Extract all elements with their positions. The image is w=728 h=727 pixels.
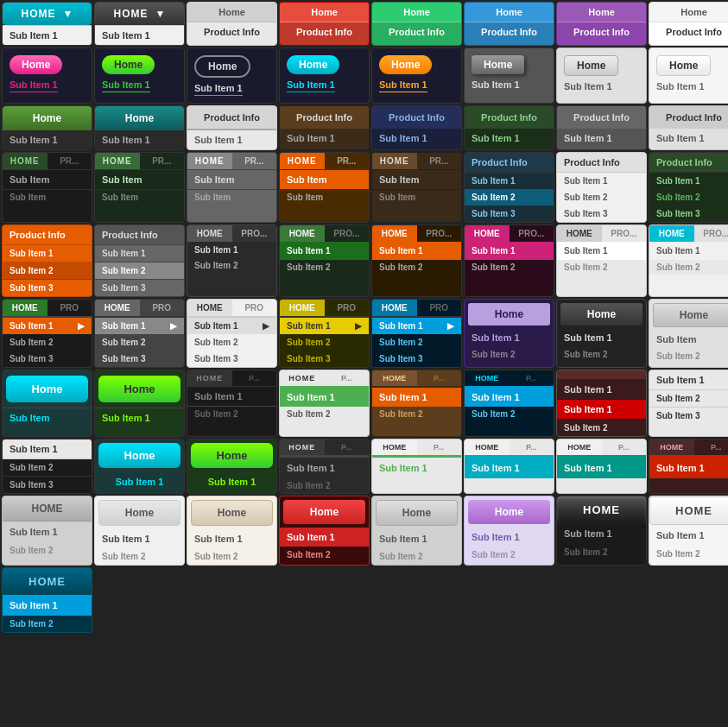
sub-item-2[interactable]: Sub Item 2 — [372, 548, 461, 565]
home-button[interactable]: Home — [468, 303, 550, 326]
home-tab[interactable]: Home — [3, 106, 92, 130]
sub-item-3[interactable]: Sub Item 3 — [372, 351, 461, 367]
products-tab[interactable]: PRO... — [325, 225, 370, 242]
home-tab[interactable]: Home — [557, 3, 646, 22]
home-tab[interactable]: Home — [280, 3, 369, 22]
sub-item-2[interactable]: Sub Item 2 — [372, 260, 461, 275]
products-tab[interactable]: PRO — [232, 300, 277, 316]
sub-item[interactable]: Sub Item — [649, 331, 728, 348]
home-button[interactable]: Home — [283, 500, 365, 524]
sub-item-2[interactable]: Sub Item 2 — [187, 548, 276, 565]
home-tab[interactable]: HOME — [280, 300, 325, 316]
products-tab[interactable]: P... — [694, 439, 729, 455]
home-button[interactable]: HOME ▼ — [3, 3, 92, 25]
sub-item-2[interactable]: Sub Item 2 — [187, 258, 276, 273]
products-tab[interactable]: PRO — [140, 300, 185, 316]
sub-item-1[interactable]: Sub Item 1 — [3, 245, 92, 262]
products-tab[interactable]: PRO... — [417, 225, 462, 242]
home-button[interactable]: Home — [6, 376, 88, 402]
sub-item-1[interactable]: Sub Item 1 — [287, 78, 335, 92]
home-tab[interactable]: HOME — [465, 439, 510, 455]
sub-item[interactable]: Sub Item — [187, 170, 276, 189]
products-tab[interactable]: PRO... — [232, 225, 277, 242]
sub-item-2[interactable]: Sub Item 2 — [649, 260, 728, 275]
sub-item-1[interactable]: Sub Item 1 — [187, 130, 276, 149]
sub-item-1[interactable]: Sub Item 1 — [3, 595, 92, 616]
home-button[interactable]: Home — [653, 303, 728, 327]
product-info-tab[interactable]: Product Info — [557, 22, 646, 41]
home-tab[interactable]: HOME — [465, 225, 510, 242]
home-button[interactable]: HOME — [3, 496, 92, 522]
home-tab[interactable]: HOME — [187, 300, 232, 316]
sub-item-1[interactable]: Sub Item 1 — [557, 173, 646, 189]
home-tab[interactable]: HOME — [372, 370, 417, 386]
sub-item-1[interactable]: Sub Item 1 — [465, 329, 554, 346]
sub-item-1[interactable]: Sub Item 1 — [649, 525, 728, 546]
sub-item-1[interactable]: Sub Item 1 — [465, 242, 554, 260]
home-tab[interactable]: HOME — [649, 439, 694, 455]
home-tab[interactable]: Home — [372, 3, 461, 22]
sub-item-1[interactable]: Sub Item 1 — [95, 529, 184, 548]
sub-item-1[interactable]: Sub Item 1 — [465, 458, 554, 478]
products-tab[interactable]: P... — [510, 439, 554, 455]
sub-item-1[interactable]: Sub Item 1▶ — [95, 318, 184, 334]
sub-item-1[interactable]: Sub Item 1▶ — [3, 318, 92, 334]
sub-item-1[interactable]: Sub Item 1 — [465, 388, 554, 407]
products-tab[interactable]: P... — [325, 439, 370, 455]
sub-item-3[interactable]: Sub Item 3 — [557, 205, 646, 222]
sub-item-1[interactable]: Sub Item 1 — [649, 242, 728, 260]
sub-item-2[interactable]: Sub Item 2 — [95, 548, 184, 565]
sub-item-2[interactable]: Sub Item — [280, 189, 369, 205]
sub-item-3[interactable]: Sub Item 3 — [649, 408, 728, 424]
sub-item-1[interactable]: Sub Item 1 — [649, 173, 728, 189]
home-tab[interactable]: Home — [95, 106, 184, 130]
home-pill-button[interactable]: Home — [379, 55, 432, 74]
sub-item-2[interactable]: Sub Item — [3, 189, 92, 205]
product-info-tab[interactable]: Product Info — [649, 22, 728, 41]
product-info-tab[interactable]: Product Info — [465, 22, 554, 41]
sub-item-2[interactable]: Sub Item 2 — [465, 346, 554, 363]
product-info-tab[interactable]: Product Info — [187, 22, 276, 41]
products-tab[interactable]: P... — [417, 370, 462, 386]
sub-item-1[interactable]: Sub Item 1 — [557, 129, 646, 148]
home-tab[interactable]: HOME — [372, 439, 417, 455]
sub-item-2[interactable]: Sub Item 2 — [3, 542, 92, 559]
home-tab[interactable]: HOME — [557, 225, 602, 242]
sub-item-2[interactable]: Sub Item — [372, 189, 461, 205]
home-tab[interactable]: HOME — [95, 153, 140, 169]
home-button[interactable]: Home — [472, 55, 524, 74]
sub-item-1[interactable]: Sub Item 1 — [372, 242, 461, 260]
home-tab[interactable]: HOME — [280, 370, 325, 386]
home-pill-button[interactable]: Home — [9, 55, 62, 74]
sub-item-1[interactable]: Sub Item 1▶ — [280, 318, 369, 334]
sub-item-2[interactable]: Sub Item 2 — [372, 407, 461, 421]
sub-item-1[interactable]: Sub Item 1▶ — [187, 318, 276, 334]
sub-item-2[interactable]: Sub Item 2 — [557, 346, 646, 363]
home-button[interactable]: HOME ▼ — [95, 3, 184, 25]
sub-item-2[interactable]: Sub Item 2 — [557, 260, 646, 275]
home-button[interactable]: HOME — [557, 496, 646, 523]
home-tab[interactable]: HOME — [649, 225, 694, 242]
product-info-tab[interactable]: Product Info — [372, 22, 461, 41]
sub-item-2[interactable]: Sub Item 2 — [557, 544, 646, 560]
sub-item-1[interactable]: Sub Item 1 — [557, 458, 646, 478]
sub-item-2[interactable]: Sub Item 2 — [187, 407, 276, 421]
sub-item-2[interactable]: Sub Item 2 — [557, 189, 646, 205]
home-tab[interactable]: Home — [187, 3, 276, 22]
sub-item-1[interactable]: Sub Item 1 — [102, 78, 150, 92]
sub-item[interactable]: Sub Item — [3, 170, 92, 189]
home-tab[interactable]: HOME — [557, 439, 602, 455]
home-button[interactable]: Home — [564, 55, 618, 76]
sub-item-1[interactable]: Sub Item 1 — [557, 380, 646, 400]
home-button[interactable]: Home — [656, 55, 711, 76]
sub-item-1[interactable]: Sub Item 1 — [9, 78, 58, 92]
sub-item-1[interactable]: Sub Item 1 — [280, 242, 369, 260]
sub-item-2[interactable]: Sub Item 2 — [649, 390, 728, 408]
sub-item-3[interactable]: Sub Item 3 — [465, 205, 554, 222]
sub-item-2[interactable]: Sub Item 2 — [372, 334, 461, 351]
sub-item-1[interactable]: Sub Item 1 — [3, 130, 92, 149]
sub-item-1[interactable]: Sub Item 1 — [557, 329, 646, 346]
sub-item-3[interactable]: Sub Item 2 — [557, 420, 646, 436]
sub-item-2[interactable]: Sub Item 2 — [3, 262, 92, 280]
products-tab[interactable]: PR... — [47, 153, 92, 169]
